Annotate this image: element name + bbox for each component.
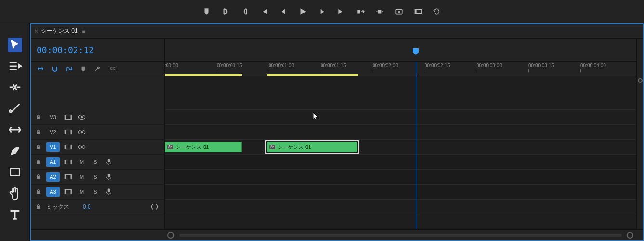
track-header-V1: 🔒︎ V1 bbox=[31, 140, 164, 155]
sync-lock-icon[interactable] bbox=[64, 128, 73, 136]
mute-button[interactable]: M bbox=[77, 158, 87, 166]
ripple-trim-next-icon[interactable] bbox=[433, 7, 442, 16]
out-point-icon[interactable] bbox=[241, 7, 249, 16]
play-icon[interactable] bbox=[298, 7, 307, 16]
track-header-A3: 🔒︎ A3 M S bbox=[31, 185, 164, 200]
track-lane-spacer[interactable] bbox=[165, 76, 636, 110]
clip-label: シーケンス 01 bbox=[175, 144, 209, 151]
slip-tool[interactable] bbox=[8, 122, 22, 137]
track-name[interactable]: A2 bbox=[46, 172, 60, 182]
playhead[interactable] bbox=[416, 62, 416, 76]
timeline-panel: × シーケンス 01 ≡ 00:00:02:12 CC bbox=[30, 23, 644, 241]
eye-icon[interactable] bbox=[77, 128, 87, 136]
ruler-tick: 00:00:03:00 bbox=[477, 63, 502, 68]
lock-icon[interactable]: 🔒︎ bbox=[36, 114, 42, 120]
eye-icon[interactable] bbox=[77, 143, 87, 151]
vertical-scrollbar[interactable] bbox=[636, 39, 643, 76]
sync-lock-icon[interactable] bbox=[64, 158, 73, 166]
snap-icon[interactable] bbox=[51, 65, 59, 73]
solo-button[interactable]: S bbox=[90, 158, 100, 166]
lock-icon[interactable]: 🔒︎ bbox=[36, 129, 42, 135]
track-name[interactable]: V2 bbox=[46, 127, 60, 137]
vertical-scrollbar-body[interactable] bbox=[636, 76, 643, 229]
sync-lock-icon[interactable] bbox=[64, 173, 73, 181]
solo-button[interactable]: S bbox=[90, 173, 100, 181]
current-timecode[interactable]: 00:00:02:12 bbox=[37, 45, 94, 55]
hand-tool[interactable] bbox=[8, 186, 22, 201]
lock-icon[interactable]: 🔒︎ bbox=[36, 144, 42, 150]
expand-icon[interactable] bbox=[150, 202, 159, 211]
ruler-tick: 00:00:03:15 bbox=[528, 63, 554, 68]
mic-icon[interactable] bbox=[104, 158, 114, 166]
cc-icon[interactable]: CC bbox=[108, 66, 117, 72]
track-lane-V1[interactable]: fxシーケンス 01fxシーケンス 01 bbox=[165, 140, 636, 155]
pen-tool[interactable] bbox=[8, 144, 22, 158]
scroll-track[interactable] bbox=[179, 234, 622, 237]
step-back-icon[interactable] bbox=[279, 7, 288, 16]
panel-menu-icon[interactable]: ≡ bbox=[82, 28, 85, 35]
mix-value[interactable]: 0.0 bbox=[83, 203, 91, 210]
marker2-icon[interactable] bbox=[80, 66, 87, 72]
sequence-tab-title[interactable]: シーケンス 01 bbox=[41, 27, 78, 35]
track-lane-A3[interactable] bbox=[165, 185, 636, 200]
ruler-tick: 00:00:01:00 bbox=[269, 63, 294, 68]
insert-icon[interactable] bbox=[37, 65, 44, 73]
eye-icon[interactable] bbox=[77, 113, 87, 121]
track-select-tool[interactable] bbox=[8, 59, 22, 73]
track-lane-A2[interactable] bbox=[165, 170, 636, 185]
track-name[interactable]: A3 bbox=[46, 187, 60, 197]
sync-lock-icon[interactable] bbox=[64, 143, 73, 151]
svg-rect-1 bbox=[378, 10, 382, 13]
track-lane-ミックス[interactable] bbox=[165, 200, 636, 214]
track-lane-A1[interactable] bbox=[165, 155, 636, 170]
lock-icon[interactable]: 🔒︎ bbox=[36, 159, 42, 165]
track-name[interactable]: A1 bbox=[46, 157, 60, 167]
mute-button[interactable]: M bbox=[77, 187, 87, 196]
lock-icon[interactable]: 🔒︎ bbox=[36, 174, 42, 180]
ruler-tick: 00:00:01:15 bbox=[321, 63, 346, 68]
fx-badge: fx bbox=[269, 145, 275, 149]
mute-button[interactable]: M bbox=[77, 173, 87, 181]
step-forward-icon[interactable] bbox=[318, 7, 326, 16]
horizontal-scrollbar[interactable] bbox=[31, 229, 643, 240]
work-area-bar[interactable] bbox=[165, 74, 242, 76]
type-tool[interactable] bbox=[8, 207, 22, 222]
close-tab-icon[interactable]: × bbox=[35, 28, 38, 35]
selection-tool[interactable] bbox=[8, 38, 22, 52]
work-area-bar[interactable] bbox=[267, 74, 358, 76]
clip[interactable]: fxシーケンス 01 bbox=[165, 142, 242, 152]
go-to-out-icon[interactable] bbox=[337, 7, 346, 16]
mic-icon[interactable] bbox=[104, 173, 114, 181]
zoom-handle-left[interactable] bbox=[167, 232, 174, 239]
ripple-trim-prev-icon[interactable] bbox=[414, 7, 423, 16]
sync-lock-icon[interactable] bbox=[64, 187, 73, 196]
tracks-area[interactable]: fxシーケンス 01fxシーケンス 01 bbox=[165, 76, 636, 229]
clip[interactable]: fxシーケンス 01 bbox=[267, 142, 357, 152]
svg-point-3 bbox=[398, 11, 400, 13]
playhead-line[interactable] bbox=[416, 76, 416, 229]
sync-lock-icon[interactable] bbox=[64, 113, 73, 121]
time-ruler[interactable]: :00:0000:00:00:1500:00:01:0000:00:01:150… bbox=[165, 62, 636, 76]
marker-icon[interactable] bbox=[202, 7, 211, 16]
wrench-icon[interactable] bbox=[93, 65, 101, 73]
mic-icon[interactable] bbox=[104, 187, 114, 196]
solo-button[interactable]: S bbox=[90, 187, 100, 196]
lock-icon[interactable]: 🔒︎ bbox=[36, 188, 42, 195]
extract-icon[interactable] bbox=[375, 7, 384, 16]
razor-tool[interactable] bbox=[8, 101, 22, 116]
ripple-edit-tool[interactable] bbox=[8, 80, 22, 94]
export-frame-icon[interactable] bbox=[395, 7, 403, 16]
rectangle-tool[interactable] bbox=[8, 165, 22, 179]
lift-icon[interactable] bbox=[356, 7, 365, 16]
go-to-in-icon[interactable] bbox=[260, 7, 269, 16]
svg-rect-28 bbox=[65, 175, 66, 179]
linked-selection-icon[interactable] bbox=[65, 65, 73, 73]
track-lane-V2[interactable] bbox=[165, 125, 636, 140]
zoom-handle-right[interactable] bbox=[627, 232, 633, 239]
track-name[interactable]: V3 bbox=[46, 112, 60, 122]
track-lane-V3[interactable] bbox=[165, 110, 636, 125]
in-point-icon[interactable] bbox=[221, 7, 230, 16]
svg-rect-20 bbox=[71, 145, 72, 149]
track-name[interactable]: V1 bbox=[46, 142, 60, 152]
lock-icon[interactable]: 🔒︎ bbox=[36, 203, 42, 210]
